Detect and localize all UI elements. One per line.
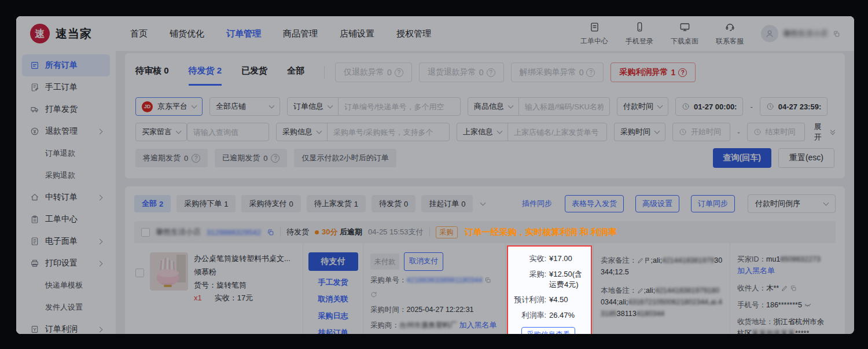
reset-button[interactable]: 重置(esc) xyxy=(778,148,834,168)
order-info-input[interactable] xyxy=(338,97,461,116)
purchase-time-start-picker[interactable]: 开始时间 xyxy=(672,123,730,141)
main-nav: 首页 铺货优化 订单管理 商品管理 店铺设置 授权管理 xyxy=(130,28,431,39)
tab-pending-review[interactable]: 待审核 0 xyxy=(135,65,169,86)
list-tab-to-pay[interactable]: 采购待支付0 xyxy=(241,195,300,212)
copy-icon[interactable] xyxy=(484,277,491,284)
pencil-icon[interactable] xyxy=(637,257,644,264)
buyer-message-input[interactable] xyxy=(187,123,269,141)
supplier-info-field-select[interactable]: 上家信息 xyxy=(457,123,508,141)
sidebar-item-e-waybill[interactable]: 电子面单 xyxy=(22,230,110,252)
plugin-sync-link[interactable]: 插件同步 xyxy=(522,199,552,209)
sidebar-item-all-orders[interactable]: 所有订单 xyxy=(22,54,110,76)
pay-pending-button[interactable]: 待支付 xyxy=(308,252,358,271)
local-remark-tail: 38113 xyxy=(617,310,637,318)
buyer-blacklist-link[interactable]: 加入黑名单 xyxy=(737,266,775,275)
all-orders-icon xyxy=(30,61,39,70)
tab-all[interactable]: 全部 xyxy=(287,65,304,86)
sidebar-item-purchase-refund[interactable]: 采购退款 xyxy=(16,164,116,186)
product-info-field-select[interactable]: 商品信息 xyxy=(468,97,519,116)
copy-icon[interactable] xyxy=(833,30,840,38)
copy-icon[interactable] xyxy=(267,229,274,236)
user-account[interactable]: 馨然生活小店 xyxy=(761,25,840,42)
refresh-icon[interactable] xyxy=(370,291,377,298)
product-title[interactable]: 办公桌笔筒旋转塑料书桌文... xyxy=(194,252,290,266)
list-tab-all[interactable]: 全部2 xyxy=(134,195,171,212)
paid-2h-chip[interactable]: 仅显示付款2小时后的订单 xyxy=(294,149,396,167)
copy-icon[interactable] xyxy=(790,285,797,292)
supplier-info-input[interactable] xyxy=(507,123,607,141)
product-meta: 办公桌笔筒旋转塑料书桌文... 倾慕粉 货号：旋转笔筒 x1 实收：17元 xyxy=(194,252,290,334)
table-import-ship-button[interactable]: 表格导入发货 xyxy=(565,195,624,212)
advanced-settings-button[interactable]: 高级设置 xyxy=(635,195,679,212)
list-tab-supplier-shipping[interactable]: 待上家发货1 xyxy=(307,195,366,212)
platform-select[interactable]: JD 京东平台 xyxy=(135,97,203,116)
sidebar-item-transit-orders[interactable]: 中转订单 xyxy=(22,186,110,208)
pay-time-start-picker[interactable]: 01-27 00:00: xyxy=(675,97,743,116)
list-tab-to-ship[interactable]: 待发货0 xyxy=(372,195,415,212)
sidebar-item-sender-settings[interactable]: 发件人设置 xyxy=(16,296,116,318)
eye-off-icon[interactable] xyxy=(804,301,811,308)
manual-ship-link[interactable]: 手工发货 xyxy=(318,277,348,288)
profit-highlight-box: 实收:¥17.00 采购:¥12.50(含运费4元) 预计利润:¥4.50 利润… xyxy=(507,245,592,334)
purchase-no-label: 采购单号： xyxy=(370,276,407,284)
tab-shipped[interactable]: 已发货 xyxy=(241,65,267,86)
order-checkbox[interactable] xyxy=(141,228,150,237)
purchase-time-field-select[interactable]: 采购时间 xyxy=(614,123,665,141)
list-tab-to-order[interactable]: 采购待下单1 xyxy=(176,195,236,212)
buyer-message-field-select[interactable]: 买家留言 xyxy=(135,123,187,141)
nav-auth-management[interactable]: 授权管理 xyxy=(396,28,431,39)
more-tabs-chevron-icon[interactable] xyxy=(480,200,486,206)
unlink-link[interactable]: 取消关联 xyxy=(318,294,348,304)
sidebar-item-manual-orders[interactable]: 手工订单 xyxy=(22,76,110,98)
sort-select[interactable]: 付款时间倒序 xyxy=(748,194,836,213)
contact-support-button[interactable]: 联系客服 xyxy=(716,21,744,46)
unbind-purchase-anomaly-button[interactable]: 解绑采购单异常0 xyxy=(511,63,604,82)
overdue-chip[interactable]: 已逾期发货0 xyxy=(215,149,287,167)
sidebar-item-print-ship[interactable]: 打单发货 xyxy=(22,98,110,120)
nav-home[interactable]: 首页 xyxy=(130,28,148,39)
hold-order-link[interactable]: 挂起订单 xyxy=(318,328,348,334)
will-overdue-chip[interactable]: 将逾期发货0 xyxy=(135,149,208,167)
order-sync-button[interactable]: 订单同步 xyxy=(691,195,735,212)
return-refund-anomaly-button[interactable]: 退货退款异常0 xyxy=(419,63,504,82)
cancel-payment-button[interactable]: 取消支付 xyxy=(404,252,443,271)
work-order-center-button[interactable]: 工单中心 xyxy=(580,21,608,46)
purchase-info-field-select[interactable]: 采购信息 xyxy=(276,123,328,141)
expand-filters-button[interactable]: 展开 xyxy=(814,122,834,142)
nav-shop-settings[interactable]: 店铺设置 xyxy=(340,28,374,39)
sidebar-item-print-settings[interactable]: 打印设置 xyxy=(22,252,110,274)
nav-product-management[interactable]: 商品管理 xyxy=(283,28,318,39)
search-button[interactable]: 查询(回车) xyxy=(713,148,771,168)
purchase-log-link[interactable]: 采购日志 xyxy=(318,311,348,321)
purchase-time-end-picker[interactable]: 结束时间 xyxy=(747,123,805,141)
pay-time-field-select[interactable]: 付款时间 xyxy=(617,97,668,116)
help-icon xyxy=(586,68,595,77)
sidebar-item-work-order-center[interactable]: 工单中心 xyxy=(22,208,110,230)
order-info-field-select[interactable]: 订单信息 xyxy=(287,97,339,116)
download-desktop-button[interactable]: 下载桌面 xyxy=(671,21,698,46)
seller-remark-hidden: 4214418381979 xyxy=(662,256,714,264)
list-tab-held[interactable]: 挂起订单0 xyxy=(421,195,473,212)
nav-order-management[interactable]: 订单管理 xyxy=(226,28,261,39)
purchase-profit-anomaly-button[interactable]: 采购利润异常1 xyxy=(610,63,696,82)
filter-card: 待审核 0 待发货 2 已发货 全部 仅退款异常0 退货退款异常0 解绑采购单异… xyxy=(125,53,845,178)
view-purchase-info-button[interactable]: 采购信息查看 xyxy=(521,327,575,334)
mobile-login-button[interactable]: 手机登录 xyxy=(626,21,653,46)
sidebar-item-order-refund[interactable]: 订单退款 xyxy=(16,142,116,164)
sidebar-item-express-template[interactable]: 快递单模板 xyxy=(16,274,116,296)
tab-to-ship[interactable]: 待发货 2 xyxy=(189,65,222,86)
row-checkbox[interactable] xyxy=(135,269,144,277)
pencil-icon[interactable] xyxy=(637,287,644,294)
product-image[interactable] xyxy=(150,252,188,291)
pencil-icon[interactable] xyxy=(781,285,788,292)
work-order-icon xyxy=(589,21,600,35)
refund-only-anomaly-button[interactable]: 仅退款异常0 xyxy=(335,63,412,82)
purchase-info-input[interactable] xyxy=(327,123,450,141)
product-info-input[interactable] xyxy=(518,97,610,116)
pay-time-end-picker[interactable]: 04-27 23:59: xyxy=(760,97,827,116)
nav-listing-optimize[interactable]: 铺货优化 xyxy=(170,28,204,39)
sidebar-item-order-profit[interactable]: 订单利润 xyxy=(22,318,110,334)
sidebar-item-refund-management[interactable]: 退款管理 xyxy=(22,120,110,142)
vendor-blacklist-link[interactable]: 加入黑名单 xyxy=(459,321,496,329)
shop-select[interactable]: 全部店铺 xyxy=(209,97,280,116)
